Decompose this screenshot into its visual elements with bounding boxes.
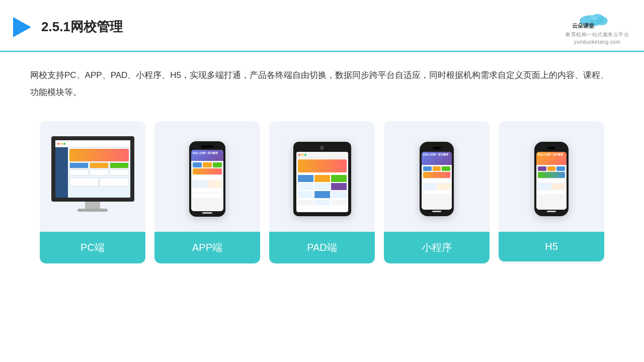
card-miniprogram-label: 小程序 (384, 232, 490, 263)
card-miniprogram-image: 职达人的第一堂兴趣课 (384, 121, 490, 232)
logo-area: 云朵课堂 教育机构一站式服务云平台 yunduoketang.com (566, 9, 629, 45)
h5-phone-mockup: 职达人的第一堂兴趣课 (534, 142, 569, 216)
monitor-screen (51, 136, 134, 202)
card-pc-image (40, 121, 145, 232)
pc-monitor (50, 136, 135, 222)
card-app-label: APP端 (154, 232, 260, 263)
svg-marker-0 (13, 17, 31, 37)
logo-url: yunduoketang.com (574, 39, 621, 45)
card-h5-image: 职达人的第一堂兴趣课 (499, 121, 604, 232)
page-title: 2.5.1网校管理 (41, 18, 123, 36)
header-left: 2.5.1网校管理 (10, 15, 123, 39)
card-pc: PC端 (40, 121, 145, 263)
card-miniprogram: 职达人的第一堂兴趣课 (384, 121, 490, 263)
card-pad: PAD端 (269, 121, 375, 263)
pad-tablet-mockup (293, 142, 351, 216)
logo-tagline: 教育机构一站式服务云平台 (566, 31, 629, 38)
card-pc-label: PC端 (40, 232, 145, 263)
svg-point-4 (590, 15, 598, 20)
description-text: 网校支持PC、APP、PAD、小程序、H5，实现多端打通，产品各终端自由切换，数… (0, 52, 644, 106)
miniprogram-phone-mockup: 职达人的第一堂兴趣课 (420, 142, 454, 216)
header: 2.5.1网校管理 云朵课堂 教育机构一站式服务云平台 yunduoketang… (0, 0, 644, 52)
svg-point-3 (596, 17, 608, 26)
card-h5-label: H5 (499, 232, 604, 261)
card-app: 职达人的第一堂兴趣课 (154, 121, 260, 263)
card-h5: 职达人的第一堂兴趣课 (499, 121, 604, 263)
cloud-logo: 云朵课堂 (572, 9, 622, 30)
svg-text:云朵课堂: 云朵课堂 (572, 23, 595, 29)
cards-container: PC端 职达人的第一堂兴趣课 (0, 106, 644, 263)
card-pad-label: PAD端 (269, 232, 375, 263)
card-app-image: 职达人的第一堂兴趣课 (154, 121, 260, 232)
card-pad-image (269, 121, 375, 232)
play-icon (10, 15, 34, 39)
app-phone-mockup: 职达人的第一堂兴趣课 (189, 141, 225, 217)
